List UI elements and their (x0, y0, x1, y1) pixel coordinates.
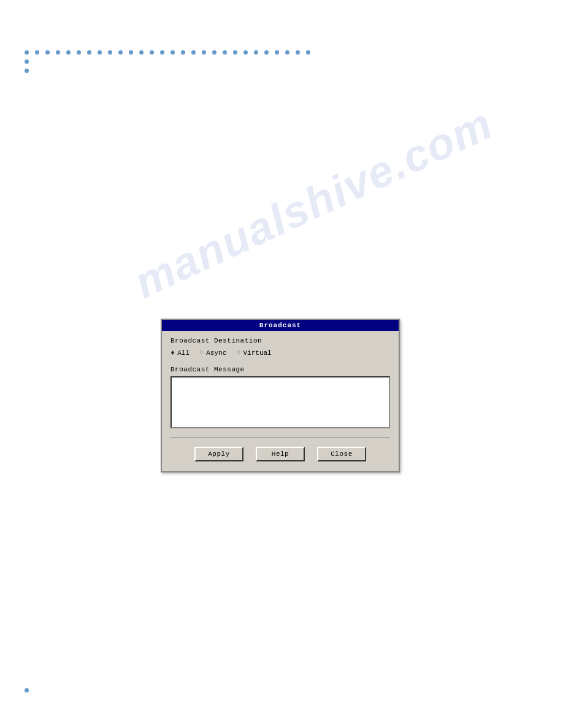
dot (139, 50, 144, 55)
watermark: manualshive.com (126, 98, 500, 308)
dot (87, 50, 91, 55)
dot (129, 50, 133, 55)
dialog-separator (170, 437, 390, 438)
dot (306, 50, 310, 55)
radio-all-label: All (177, 349, 190, 357)
dot (25, 69, 29, 73)
dot (191, 50, 196, 55)
dialog-body: Broadcast Destination ♦ All ♢ Async ♢ Vi… (162, 331, 399, 471)
dot (35, 50, 39, 55)
dot (202, 50, 206, 55)
dots-row-secondary-1 (25, 59, 310, 64)
dots-row-secondary-2 (25, 69, 310, 73)
dot (223, 50, 227, 55)
dot (108, 50, 112, 55)
dot (118, 50, 123, 55)
dot (296, 50, 300, 55)
broadcast-message-label: Broadcast Message (170, 366, 390, 373)
decorative-dots (25, 50, 310, 73)
dot (285, 50, 289, 55)
dot (233, 50, 237, 55)
dot (181, 50, 185, 55)
radio-virtual-label: Virtual (243, 349, 272, 357)
apply-button[interactable]: Apply (194, 447, 243, 461)
dot (160, 50, 164, 55)
radio-group-destination: ♦ All ♢ Async ♢ Virtual (170, 348, 390, 357)
dot (243, 50, 248, 55)
radio-virtual-icon: ♢ (236, 348, 240, 357)
help-button[interactable]: Help (256, 447, 305, 461)
dot (275, 50, 279, 55)
broadcast-destination-label: Broadcast Destination (170, 337, 390, 344)
close-button[interactable]: Close (317, 447, 366, 461)
broadcast-dialog: Broadcast Broadcast Destination ♦ All ♢ … (161, 319, 400, 472)
dot (212, 50, 216, 55)
dot (77, 50, 81, 55)
radio-item-virtual[interactable]: ♢ Virtual (236, 348, 271, 357)
dot (254, 50, 258, 55)
radio-item-async[interactable]: ♢ Async (199, 348, 226, 357)
bottom-dot (25, 688, 29, 692)
dot (150, 50, 154, 55)
dot (98, 50, 102, 55)
dots-row-main (25, 50, 310, 55)
radio-async-label: Async (206, 349, 226, 357)
dot (45, 50, 50, 55)
radio-async-icon: ♢ (199, 348, 204, 357)
dot (56, 50, 60, 55)
radio-item-all[interactable]: ♦ All (170, 349, 190, 357)
dialog-buttons: Apply Help Close (170, 444, 390, 465)
broadcast-message-input[interactable] (170, 376, 390, 428)
dot (170, 50, 175, 55)
dot (25, 50, 29, 55)
dot (66, 50, 71, 55)
dialog-title: Broadcast (259, 322, 301, 329)
dot (264, 50, 269, 55)
dot (25, 59, 29, 64)
radio-all-icon: ♦ (170, 349, 175, 357)
dialog-titlebar: Broadcast (162, 320, 399, 331)
